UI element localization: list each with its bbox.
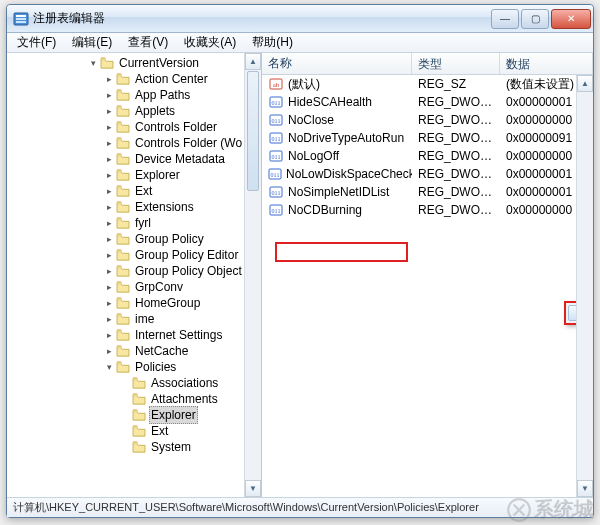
header-name[interactable]: 名称 [262,53,412,74]
caret-closed-icon[interactable]: ▸ [103,119,115,135]
tree-item[interactable]: ▸GrpConv [7,279,261,295]
scroll-down-icon[interactable]: ▼ [245,480,261,497]
tree-item[interactable]: ▸Explorer [7,167,261,183]
caret-closed-icon[interactable]: ▸ [103,183,115,199]
titlebar[interactable]: 注册表编辑器 — ▢ ✕ [7,5,593,33]
registry-tree[interactable]: ▾CurrentVersion▸Action Center▸App Paths▸… [7,53,261,457]
close-button[interactable]: ✕ [551,9,591,29]
scroll-thumb[interactable] [247,71,259,191]
tree-item[interactable]: ▸Group Policy Object [7,263,261,279]
tree-item[interactable]: ▾Policies [7,359,261,375]
header-type[interactable]: 类型 [412,53,500,74]
caret-closed-icon[interactable]: ▸ [103,87,115,103]
folder-icon [115,344,131,358]
caret-closed-icon[interactable]: ▸ [103,71,115,87]
tree-item[interactable]: Explorer [7,407,261,423]
scroll-up-icon[interactable]: ▲ [577,75,593,92]
caret-closed-icon[interactable]: ▸ [103,311,115,327]
caret-closed-icon[interactable]: ▸ [103,279,115,295]
tree-item[interactable]: ▸Extensions [7,199,261,215]
list-row[interactable]: 011NoCDBurningREG_DWORD0x00000000 (0 [262,201,593,219]
list-row[interactable]: 011HideSCAHealthREG_DWORD0x00000001 (1 [262,93,593,111]
tree-item[interactable]: System [7,439,261,455]
list-row[interactable]: 011NoCloseREG_DWORD0x00000000 (0 [262,111,593,129]
tree-item[interactable]: Attachments [7,391,261,407]
tree-item[interactable]: ▸Controls Folder [7,119,261,135]
menu-view[interactable]: 查看(V) [122,32,174,53]
list-body[interactable]: ab(默认)REG_SZ(数值未设置)011HideSCAHealthREG_D… [262,75,593,219]
svg-text:011: 011 [272,190,281,196]
tree-item[interactable]: ▸fyrl [7,215,261,231]
caret-closed-icon[interactable]: ▸ [103,247,115,263]
menu-edit[interactable]: 编辑(E) [66,32,118,53]
maximize-button[interactable]: ▢ [521,9,549,29]
tree-item[interactable]: ▾CurrentVersion [7,55,261,71]
caret-closed-icon[interactable]: ▸ [103,199,115,215]
tree-item[interactable]: ▸Device Metadata [7,151,261,167]
tree-item[interactable]: ▸Action Center [7,71,261,87]
tree-item[interactable]: ▸Controls Folder (Wo [7,135,261,151]
caret-closed-icon[interactable]: ▸ [103,167,115,183]
tree-item[interactable]: ▸Internet Settings [7,327,261,343]
menu-help[interactable]: 帮助(H) [246,32,299,53]
tree-item[interactable]: ▸Group Policy Editor [7,247,261,263]
tree-item[interactable]: ▸NetCache [7,343,261,359]
tree-item-label: App Paths [133,87,192,103]
tree-item[interactable]: ▸Applets [7,103,261,119]
scroll-up-icon[interactable]: ▲ [245,53,261,70]
tree-item[interactable]: Associations [7,375,261,391]
tree-item-label: Applets [133,103,177,119]
folder-icon [115,184,131,198]
tree-scrollbar[interactable]: ▲ ▼ [244,53,261,497]
list-row[interactable]: ab(默认)REG_SZ(数值未设置) [262,75,593,93]
folder-icon [115,88,131,102]
list-row[interactable]: 011NoLogOffREG_DWORD0x00000000 (0 [262,147,593,165]
folder-icon [115,360,131,374]
tree-item[interactable]: ▸ime [7,311,261,327]
caret-closed-icon[interactable]: ▸ [103,327,115,343]
tree-item-label: GrpConv [133,279,185,295]
tree-item[interactable]: ▸HomeGroup [7,295,261,311]
statusbar-path: 计算机\HKEY_CURRENT_USER\Software\Microsoft… [13,500,479,515]
minimize-button[interactable]: — [491,9,519,29]
tree-item-label: Group Policy [133,231,206,247]
caret-closed-icon[interactable]: ▸ [103,295,115,311]
folder-icon [131,440,147,454]
header-data[interactable]: 数据 [500,53,593,74]
tree-item[interactable]: ▸App Paths [7,87,261,103]
svg-rect-1 [16,15,26,17]
tree-item[interactable]: ▸Ext [7,183,261,199]
caret-closed-icon[interactable]: ▸ [103,263,115,279]
tree-item-label: Policies [133,359,178,375]
svg-text:011: 011 [272,208,281,214]
tree-item-label: ime [133,311,156,327]
caret-open-icon[interactable]: ▾ [87,55,99,71]
dword-value-icon: 011 [268,149,284,163]
menu-favorites[interactable]: 收藏夹(A) [178,32,242,53]
list-header: 名称 类型 数据 [262,53,593,75]
tree-item[interactable]: Ext [7,423,261,439]
list-row[interactable]: 011NoDriveTypeAutoRunREG_DWORD0x00000091… [262,129,593,147]
list-scrollbar[interactable]: ▲ ▼ [576,75,593,497]
tree-item-label: Controls Folder (Wo [133,135,244,151]
window-title: 注册表编辑器 [33,10,491,27]
menu-file[interactable]: 文件(F) [11,32,62,53]
folder-icon [131,376,147,390]
value-name: NoLogOff [288,149,339,163]
tree-pane: ▾CurrentVersion▸Action Center▸App Paths▸… [7,53,262,497]
caret-closed-icon[interactable]: ▸ [103,215,115,231]
tree-item[interactable]: ▸Group Policy [7,231,261,247]
caret-open-icon[interactable]: ▾ [103,359,115,375]
caret-closed-icon[interactable]: ▸ [103,135,115,151]
value-name: HideSCAHealth [288,95,372,109]
caret-closed-icon[interactable]: ▸ [103,343,115,359]
scroll-down-icon[interactable]: ▼ [577,480,593,497]
caret-closed-icon[interactable]: ▸ [103,151,115,167]
caret-closed-icon[interactable]: ▸ [103,231,115,247]
list-row[interactable]: 011NoLowDiskSpaceChecksREG_DWORD0x000000… [262,165,593,183]
dword-value-icon: 011 [268,95,284,109]
caret-closed-icon[interactable]: ▸ [103,103,115,119]
list-row[interactable]: 011NoSimpleNetIDListREG_DWORD0x00000001 … [262,183,593,201]
folder-icon [131,392,147,406]
tree-item-label: fyrl [133,215,153,231]
